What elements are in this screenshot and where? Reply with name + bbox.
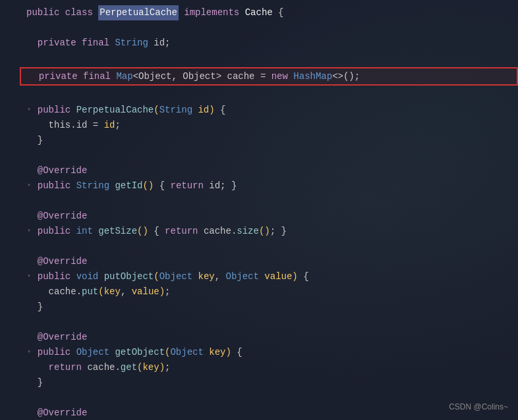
token: id xyxy=(198,103,209,117)
token: = xyxy=(255,69,272,84)
token: ; } xyxy=(270,224,287,238)
code-line: ▾ public int getSize() { return cache.si… xyxy=(20,223,518,238)
token: PerpetualCache xyxy=(76,103,154,117)
token: cache xyxy=(26,284,76,299)
token: new xyxy=(272,69,294,84)
code-line: ▾ public void putObject(Object key, Obje… xyxy=(20,269,518,284)
token: Object xyxy=(170,345,209,359)
token: ( xyxy=(154,103,159,117)
token: key xyxy=(209,345,225,359)
token: { xyxy=(215,103,226,117)
code-line: private final Map<Object, Object> cache … xyxy=(20,67,518,86)
token: cache xyxy=(87,360,115,375)
token: ; xyxy=(115,118,120,132)
token: key xyxy=(104,284,121,299)
token: class xyxy=(65,5,98,20)
code-line: ▾ public PerpetualCache(String id) { xyxy=(20,102,518,117)
code-line: cache.put(key, value); xyxy=(20,284,518,299)
token: get xyxy=(121,360,137,375)
code-line: ▾ public String getId() { return id; } xyxy=(20,178,518,193)
token: put xyxy=(82,284,98,299)
token: Map xyxy=(116,69,132,84)
token: void xyxy=(76,269,104,284)
fold-gutter: ▾ xyxy=(20,105,38,115)
code-line xyxy=(20,390,518,405)
fold-gutter: ▾ xyxy=(20,347,38,357)
token: () xyxy=(137,224,148,238)
token: return xyxy=(165,224,204,238)
token: () xyxy=(142,178,154,193)
code-line xyxy=(20,87,518,102)
code-line xyxy=(20,147,518,163)
token: ( xyxy=(154,269,159,284)
token: ; xyxy=(165,360,170,375)
token: HashMap xyxy=(293,69,332,84)
token: Object xyxy=(226,269,265,284)
token: return xyxy=(170,178,209,193)
code-line xyxy=(20,238,518,253)
token: cache xyxy=(227,69,254,84)
token: ; xyxy=(165,284,170,299)
token: getObject xyxy=(115,345,165,359)
token: <>() xyxy=(332,69,355,84)
token: id xyxy=(209,178,220,193)
token: final xyxy=(83,69,116,84)
code-area: public class PerpetualCache implements C… xyxy=(0,0,518,420)
token: final xyxy=(82,36,115,50)
token: ) xyxy=(159,360,165,375)
token: } xyxy=(26,375,43,390)
token: } xyxy=(26,300,43,314)
fold-gutter: ▾ xyxy=(20,271,38,282)
token: @Override xyxy=(26,254,87,269)
token: <Object, Object> xyxy=(133,69,227,84)
token: key xyxy=(142,360,159,375)
token: ; } xyxy=(220,178,237,193)
code-line xyxy=(20,314,518,329)
token: id xyxy=(104,118,115,132)
token: @Override xyxy=(26,209,87,223)
token: Cache xyxy=(245,5,273,20)
token: size xyxy=(237,224,259,238)
code-line: } xyxy=(20,132,518,147)
fold-gutter: ▾ xyxy=(20,226,38,236)
token: return xyxy=(26,360,87,375)
code-line: } xyxy=(20,375,518,390)
token: } xyxy=(26,133,43,147)
token: ( xyxy=(137,360,142,375)
token: this. xyxy=(26,118,76,132)
code-line: @Override xyxy=(20,329,518,344)
token: id xyxy=(76,118,88,132)
token: private xyxy=(26,36,82,50)
token: Object xyxy=(159,269,198,284)
token: value xyxy=(132,284,159,299)
code-line: this.id = id; xyxy=(20,117,518,132)
code-line xyxy=(20,51,518,66)
token: PerpetualCache xyxy=(98,5,179,20)
token: , xyxy=(121,284,132,299)
token: cache xyxy=(204,224,231,238)
token: @Override xyxy=(26,406,87,420)
token: getSize xyxy=(98,224,137,238)
code-line: @Override xyxy=(20,208,518,223)
token: key xyxy=(198,269,214,284)
token: Object xyxy=(76,345,115,359)
token: public xyxy=(26,5,65,20)
token: { xyxy=(148,224,165,238)
watermark: CSDN @Colins~ xyxy=(449,401,508,413)
token: ( xyxy=(98,284,103,299)
token: { xyxy=(273,5,284,20)
token: @Override xyxy=(26,330,87,344)
code-line: @Override xyxy=(20,405,518,420)
code-line: private final String id; xyxy=(20,36,518,51)
token: id; xyxy=(154,36,170,50)
token: @Override xyxy=(26,163,87,178)
token: . xyxy=(76,284,82,299)
token: ) xyxy=(226,345,231,359)
code-line: @Override xyxy=(20,163,518,178)
token: = xyxy=(87,118,103,132)
token: implements xyxy=(179,5,245,20)
code-line: @Override xyxy=(20,253,518,269)
token: ) xyxy=(209,103,214,117)
token: ) xyxy=(159,284,165,299)
token: . xyxy=(231,224,237,238)
